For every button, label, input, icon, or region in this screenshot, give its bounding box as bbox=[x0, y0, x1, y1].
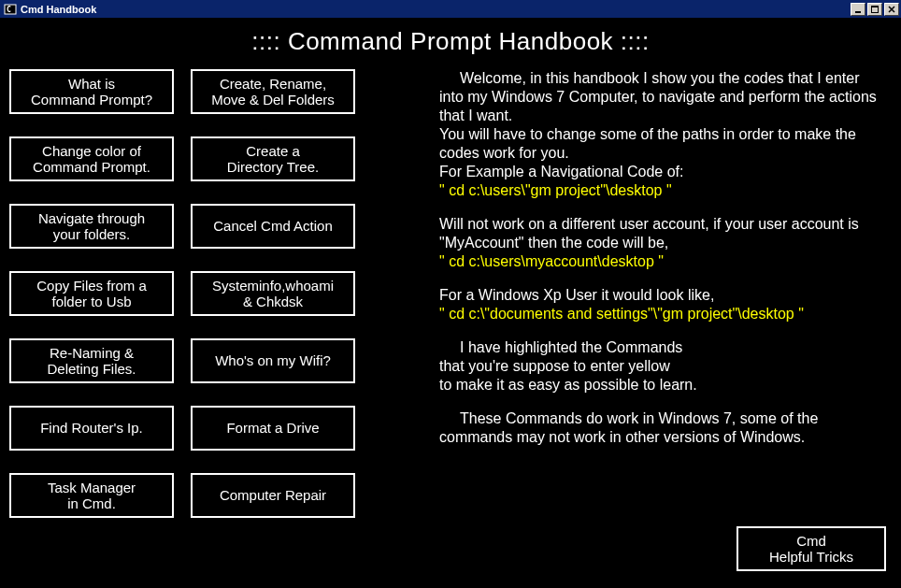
page-title: :::: Command Prompt Handbook :::: bbox=[0, 18, 901, 69]
intro-line: For Example a Navigational Code of: bbox=[439, 163, 880, 181]
topic-button-change-color[interactable]: Change color of Command Prompt. bbox=[9, 136, 174, 181]
intro-line: Welcome, in this handbook I show you the… bbox=[439, 69, 880, 125]
topic-button-navigate[interactable]: Navigate through your folders. bbox=[9, 204, 174, 249]
topic-button-wifi[interactable]: Who's on my Wifi? bbox=[191, 338, 355, 383]
topic-button-sysinfo[interactable]: Systeminfo,whoami & Chkdsk bbox=[191, 271, 355, 316]
topic-button-taskmgr[interactable]: Task Manager in Cmd. bbox=[9, 473, 174, 518]
intro-line: that you're suppose to enter yellow bbox=[439, 357, 880, 376]
app-icon: C bbox=[4, 3, 17, 16]
window-controls bbox=[851, 3, 899, 16]
intro-line: You will have to change some of the path… bbox=[439, 125, 880, 163]
topic-button-repair[interactable]: Computer Repair bbox=[191, 473, 355, 518]
helpful-tricks-button[interactable]: Cmd Helpful Tricks bbox=[737, 526, 886, 571]
welcome-text: Welcome, in this handbook I show you the… bbox=[355, 69, 892, 518]
topic-button-create-folders[interactable]: Create, Rename, Move & Del Folders bbox=[191, 69, 355, 114]
topic-button-what-is[interactable]: What is Command Prompt? bbox=[9, 69, 174, 114]
minimize-button[interactable] bbox=[851, 3, 865, 16]
code-example: " cd c:\users\myaccount\desktop " bbox=[439, 252, 880, 271]
topic-button-format[interactable]: Format a Drive bbox=[191, 406, 355, 451]
svg-rect-2 bbox=[855, 11, 861, 13]
topic-button-cancel[interactable]: Cancel Cmd Action bbox=[191, 204, 355, 249]
svg-text:C: C bbox=[7, 6, 11, 14]
intro-line: These Commands do work in Windows 7, som… bbox=[439, 409, 880, 447]
topic-button-router-ip[interactable]: Find Router's Ip. bbox=[9, 406, 174, 451]
topic-button-dir-tree[interactable]: Create a Directory Tree. bbox=[191, 136, 355, 181]
svg-rect-4 bbox=[871, 6, 879, 7]
client-area: :::: Command Prompt Handbook :::: What i… bbox=[0, 18, 901, 588]
code-example: " cd c:\users\"gm project"\desktop " bbox=[439, 181, 880, 200]
intro-line: I have highlighted the Commands bbox=[439, 338, 880, 357]
topic-button-copy-usb[interactable]: Copy Files from a folder to Usb bbox=[9, 271, 174, 316]
close-button[interactable] bbox=[884, 3, 899, 16]
code-example: " cd c:\"documents and settings"\"gm pro… bbox=[439, 305, 880, 323]
intro-line: Will not work on a different user accoun… bbox=[439, 215, 880, 252]
titlebar: C Cmd Handbook bbox=[0, 0, 901, 18]
intro-line: to make it as easy as possible to learn. bbox=[439, 376, 880, 394]
topic-button-grid: What is Command Prompt?Create, Rename, M… bbox=[9, 69, 355, 518]
topic-button-rename-del[interactable]: Re-Naming & Deleting Files. bbox=[9, 338, 174, 383]
maximize-button[interactable] bbox=[867, 3, 882, 16]
window-title: Cmd Handbook bbox=[21, 4, 96, 15]
intro-line: For a Windows Xp User it would look like… bbox=[439, 286, 880, 305]
